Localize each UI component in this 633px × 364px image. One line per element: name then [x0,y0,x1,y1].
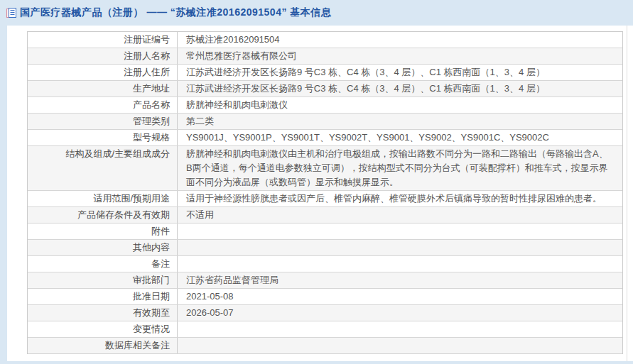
row-value: 第二类 [178,114,622,129]
table-row-database-remarks: 数据库相关备注 [28,338,622,354]
row-label: 审批部门 [28,272,178,288]
table-row-valid-until: 有效期至 2026-05-07 [28,305,622,321]
table-row-registrant-name: 注册人名称 常州思雅医疗器械有限公司 [28,48,622,65]
row-label: 生产地址 [28,81,178,96]
row-value: 江苏武进经济开发区长扬路9 号C3 栋、C4 栋（3、4 层）、C1 栋西南面（… [178,81,622,96]
row-value: 膀胱神经和肌肉电刺激仪 [178,97,622,113]
row-label: 适用范围/预期用途 [28,191,178,206]
content-panel: 注册证编号 苏械注准20162091504 注册人名称 常州思雅医疗器械有限公司… [7,26,633,361]
row-value: 江苏武进经济开发区长扬路9 号C3 栋、C4 栋（3、4 层）、C1 栋西南面（… [178,65,622,80]
table-row-management-category: 管理类别 第二类 [28,114,622,130]
row-value [178,224,622,239]
table-row-production-address: 生产地址 江苏武进经济开发区长扬路9 号C3 栋、C4 栋（3、4 层）、C1 … [28,81,622,97]
table-row-other-content: 其他内容 [28,240,622,256]
row-label: 变更情况 [28,321,178,337]
row-label: 产品储存条件及有效期 [28,207,178,223]
row-value: 江苏省药品监督管理局 [178,272,622,288]
row-value [178,338,622,353]
row-label: 注册证编号 [28,32,178,48]
table-row-registration-number: 注册证编号 苏械注准20162091504 [28,32,622,48]
row-label: 型号规格 [28,130,178,145]
document-icon [6,7,17,18]
row-label: 注册人名称 [28,48,178,64]
table-row-approval-date: 批准日期 2021-05-08 [28,289,622,305]
page-title: 国产医疗器械产品（注册） —— “苏械注准20162091504” 基本信息 [20,6,331,19]
table-row-product-name: 产品名称 膀胱神经和肌肉电刺激仪 [28,97,622,114]
row-label: 数据库相关备注 [28,338,178,353]
row-value [178,256,622,272]
table-row-attachment: 附件 [28,224,622,240]
row-value: YS9001J、YS9001P、YS9001T、YS9002T、YS9001、Y… [178,130,622,145]
row-value: 常州思雅医疗器械有限公司 [178,48,622,64]
table-row-structure-composition: 结构及组成/主要组成成分 膀胱神经和肌肉电刺激仪由主机和治疗电极组成，按输出路数… [28,146,622,191]
row-label: 批准日期 [28,289,178,304]
table-row-registrant-address: 注册人住所 江苏武进经济开发区长扬路9 号C3 栋、C4 栋（3、4 层）、C1… [28,65,622,81]
row-value: 2026-05-07 [178,305,622,321]
row-label: 产品名称 [28,97,178,113]
row-value: 2021-05-08 [178,289,622,304]
table-row-intended-use: 适用范围/预期用途 适用于神经源性膀胱患者或因产后、椎管内麻醉、椎管硬膜外术后镇… [28,191,622,207]
row-value [178,321,622,337]
row-value: 适用于神经源性膀胱患者或因产后、椎管内麻醉、椎管硬膜外术后镇痛导致的暂时性排尿困… [178,191,622,206]
row-value [178,240,622,255]
registration-info-table: 注册证编号 苏械注准20162091504 注册人名称 常州思雅医疗器械有限公司… [27,31,623,354]
table-row-change-status: 变更情况 [28,321,622,338]
table-row-approval-department: 审批部门 江苏省药品监督管理局 [28,272,622,289]
row-value: 苏械注准20162091504 [178,32,622,48]
row-label: 其他内容 [28,240,178,255]
row-label: 结构及组成/主要组成成分 [28,146,178,190]
row-label: 有效期至 [28,305,178,321]
table-row-model-spec: 型号规格 YS9001J、YS9001P、YS9001T、YS9002T、YS9… [28,130,622,146]
row-label: 注册人住所 [28,65,178,80]
row-label: 备注 [28,256,178,272]
page-header: 国产医疗器械产品（注册） —— “苏械注准20162091504” 基本信息 [0,0,633,26]
row-value: 不适用 [178,207,622,223]
table-row-remarks: 备注 [28,256,622,272]
table-row-storage-validity: 产品储存条件及有效期 不适用 [28,207,622,224]
row-label: 管理类别 [28,114,178,129]
row-value: 膀胱神经和肌肉电刺激仪由主机和治疗电极组成，按输出路数不同分为一路和二路输出（每… [178,146,622,190]
row-label: 附件 [28,224,178,239]
